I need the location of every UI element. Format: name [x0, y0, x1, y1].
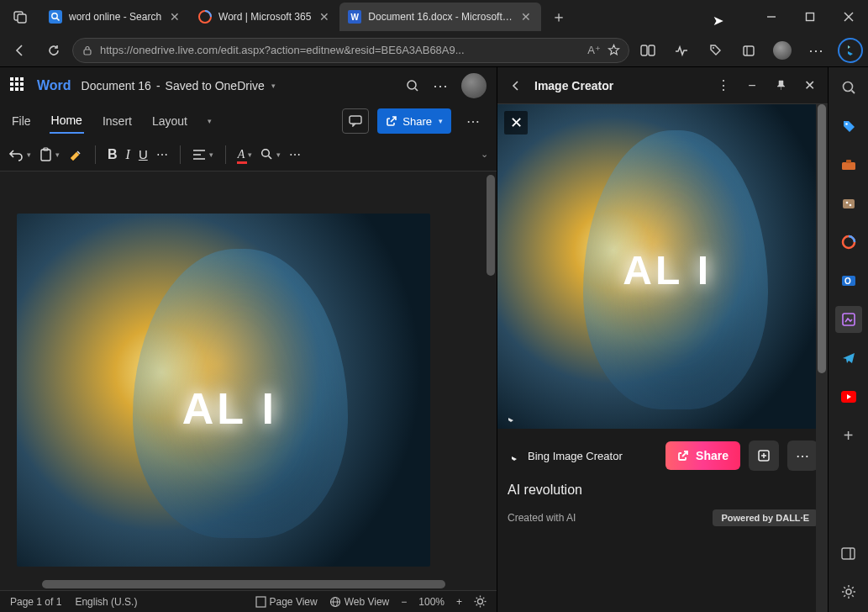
svg-rect-28 — [256, 597, 266, 607]
close-icon[interactable]: ✕ — [799, 76, 819, 96]
url-input[interactable]: https://onedrive.live.com/edit.aspx?acti… — [72, 38, 629, 63]
shopping-icon[interactable] — [835, 113, 862, 140]
health-icon[interactable] — [666, 37, 697, 64]
svg-text:W: W — [351, 13, 360, 22]
share-icon — [677, 450, 689, 462]
more-icon[interactable]: ⋯ — [433, 76, 448, 95]
comments-button[interactable] — [342, 108, 369, 134]
panel-scrollbar[interactable] — [816, 104, 828, 612]
minimize-button[interactable]: − — [742, 76, 762, 96]
page-view-button[interactable]: Page View — [255, 596, 318, 608]
underline-button[interactable]: U — [139, 147, 148, 161]
new-tab-button[interactable]: ＋ — [546, 4, 571, 29]
profile-icon[interactable] — [767, 37, 797, 64]
panel-title: Image Creator — [534, 79, 613, 92]
refresh-button[interactable] — [39, 37, 69, 64]
browser-tab-wordweb[interactable]: Word | Microsoft 365 ✕ — [190, 3, 339, 31]
close-icon[interactable]: ✕ — [318, 10, 331, 24]
find-button[interactable]: ▾ — [260, 148, 281, 161]
word-icon: W — [348, 10, 361, 24]
chevron-down-icon[interactable]: ▾ — [208, 117, 212, 125]
zoom-out-button[interactable]: − — [401, 596, 407, 608]
tab-layout[interactable]: Layout — [150, 109, 189, 133]
bold-button[interactable]: B — [108, 147, 118, 162]
back-button[interactable] — [506, 76, 526, 96]
tools-icon[interactable] — [835, 151, 862, 178]
bing-creator-label[interactable]: Bing Image Creator — [508, 449, 623, 462]
tab-title: Document 16.docx - Microsoft W — [368, 11, 513, 23]
italic-button[interactable]: I — [126, 147, 130, 162]
more-icon[interactable]: ⋮ — [713, 76, 734, 96]
telegram-icon[interactable] — [835, 345, 862, 372]
horizontal-scrollbar[interactable] — [42, 580, 445, 588]
minimize-button[interactable] — [752, 0, 791, 34]
svg-line-38 — [483, 604, 484, 605]
tab-actions-button[interactable] — [0, 0, 40, 34]
add-icon[interactable]: + — [835, 422, 862, 449]
account-avatar[interactable] — [461, 73, 487, 98]
app-launcher-icon[interactable] — [10, 77, 27, 94]
side-panel-icon[interactable] — [835, 540, 862, 567]
undo-button[interactable]: ▾ — [8, 148, 31, 161]
svg-line-37 — [476, 598, 477, 599]
pin-icon[interactable] — [771, 76, 791, 96]
zoom-level[interactable]: 100% — [418, 596, 445, 608]
close-window-button[interactable] — [829, 0, 868, 34]
document-title[interactable]: Document 16 - Saved to OneDrive ▾ — [82, 79, 276, 92]
read-aloud-icon[interactable]: A⁺ — [587, 44, 601, 56]
more-icon[interactable]: ⋯ — [787, 441, 818, 471]
tab-file[interactable]: File — [10, 109, 33, 133]
zoom-in-button[interactable]: + — [456, 596, 462, 608]
more-icon[interactable]: ⋯ — [460, 108, 487, 134]
tab-home[interactable]: Home — [50, 108, 84, 134]
bing-watermark-icon — [504, 410, 518, 424]
more-icon[interactable]: ⋯ — [801, 37, 831, 64]
youtube-icon[interactable] — [835, 383, 862, 410]
image-creator-icon[interactable] — [835, 306, 862, 333]
web-view-button[interactable]: Web View — [329, 596, 390, 608]
brightness-icon[interactable] — [474, 595, 487, 608]
favorite-icon[interactable] — [608, 44, 620, 56]
svg-line-64 — [844, 587, 845, 588]
more-icon[interactable]: ⋯ — [289, 148, 301, 161]
site-info-icon[interactable] — [82, 45, 93, 56]
close-image-button[interactable]: ✕ — [504, 111, 528, 135]
maximize-button[interactable] — [791, 0, 829, 34]
back-button[interactable] — [5, 37, 35, 64]
more-font-icon[interactable]: ⋯ — [156, 148, 168, 161]
chevron-down-icon: ▾ — [439, 117, 443, 125]
close-icon[interactable]: ✕ — [168, 10, 181, 24]
shopping-icon[interactable] — [700, 37, 730, 64]
document-image[interactable]: AL I — [17, 214, 430, 567]
search-icon[interactable] — [835, 74, 862, 101]
font-color-button[interactable]: A▾ — [238, 147, 253, 161]
split-screen-icon[interactable] — [633, 37, 663, 64]
games-icon[interactable] — [835, 190, 862, 217]
settings-icon[interactable] — [835, 578, 862, 605]
collections-icon[interactable] — [734, 37, 764, 64]
tab-insert[interactable]: Insert — [101, 109, 134, 133]
vertical-scrollbar[interactable] — [487, 175, 495, 276]
align-button[interactable]: ▾ — [192, 149, 213, 161]
share-button[interactable]: Share ▾ — [377, 108, 451, 134]
ribbon-tabs: File Home Insert Layout ▾ Share ▾ ⋯ — [0, 104, 497, 138]
close-icon[interactable]: ✕ — [519, 10, 533, 24]
m365-icon[interactable] — [835, 229, 862, 256]
word-brand[interactable]: Word — [37, 78, 71, 93]
browser-tab-search[interactable]: word online - Search ✕ — [40, 3, 190, 31]
generated-image[interactable]: ✕ AL I — [497, 104, 828, 429]
format-painter-button[interactable] — [68, 148, 83, 161]
browser-tab-document[interactable]: W Document 16.docx - Microsoft W ✕ — [339, 3, 541, 31]
search-icon[interactable] — [406, 79, 419, 92]
document-canvas[interactable]: AL I — [0, 171, 497, 590]
page-indicator[interactable]: Page 1 of 1 — [10, 596, 61, 608]
collapse-ribbon-icon[interactable]: ⌄ — [479, 149, 488, 160]
svg-point-26 — [262, 150, 270, 157]
outlook-icon[interactable]: O — [835, 267, 862, 294]
language-indicator[interactable]: English (U.S.) — [75, 596, 137, 608]
share-button[interactable]: Share — [665, 441, 740, 470]
save-button[interactable] — [749, 441, 779, 471]
copilot-button[interactable] — [838, 38, 863, 63]
paste-button[interactable]: ▾ — [39, 147, 60, 162]
image-overlay-text: AL I — [182, 383, 277, 434]
